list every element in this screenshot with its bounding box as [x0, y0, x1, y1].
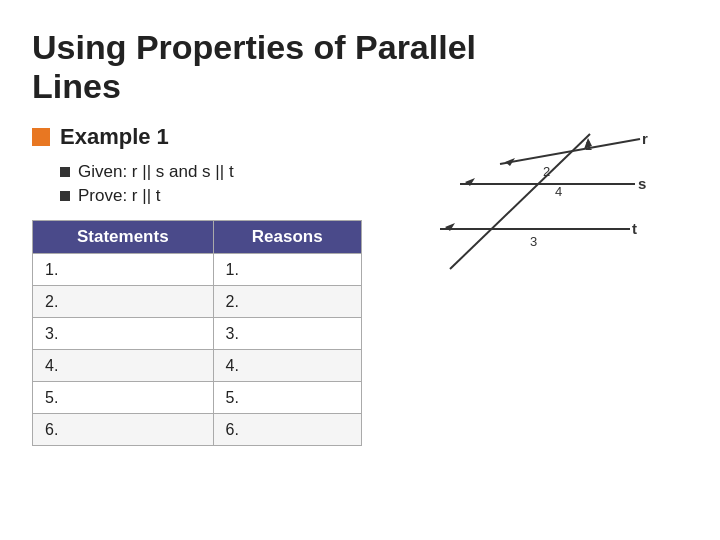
diagram-svg: r 1 2 4 s [410, 124, 650, 289]
statement-cell: 2. [33, 286, 214, 318]
svg-text:3: 3 [530, 234, 537, 249]
reason-cell: 5. [213, 382, 361, 414]
svg-text:s: s [638, 175, 646, 192]
slide: Using Properties of Parallel Lines Examp… [0, 0, 720, 540]
prove-text: Prove: r || t [78, 186, 161, 206]
reason-cell: 3. [213, 318, 361, 350]
statement-cell: 3. [33, 318, 214, 350]
table-row: 5.5. [33, 382, 362, 414]
statement-cell: 1. [33, 254, 214, 286]
svg-text:4: 4 [555, 184, 562, 199]
given-item: Given: r || s and s || t [60, 162, 362, 182]
reason-cell: 1. [213, 254, 361, 286]
reason-cell: 6. [213, 414, 361, 446]
example-label: Example 1 [60, 124, 169, 150]
svg-text:t: t [632, 220, 637, 237]
svg-line-0 [500, 139, 640, 164]
prove-item: Prove: r || t [60, 186, 362, 206]
title-line1: Using Properties of Parallel [32, 28, 476, 66]
table-row: 1.1. [33, 254, 362, 286]
table-row: 3.3. [33, 318, 362, 350]
table-row: 2.2. [33, 286, 362, 318]
table-row: 4.4. [33, 350, 362, 382]
left-panel: Example 1 Given: r || s and s || t Prove… [32, 124, 372, 446]
slide-title: Using Properties of Parallel Lines [32, 28, 688, 106]
svg-text:r: r [642, 130, 648, 147]
bullet-square-1 [60, 167, 70, 177]
right-panel: r 1 2 4 s [372, 124, 688, 289]
reason-cell: 2. [213, 286, 361, 318]
svg-line-4 [450, 134, 590, 269]
content-area: Example 1 Given: r || s and s || t Prove… [32, 124, 688, 446]
svg-text:2: 2 [543, 164, 550, 179]
statement-cell: 4. [33, 350, 214, 382]
col1-header: Statements [33, 221, 214, 254]
reason-cell: 4. [213, 350, 361, 382]
title-line2: Lines [32, 67, 121, 105]
given-list: Given: r || s and s || t Prove: r || t [60, 162, 362, 206]
given-text: Given: r || s and s || t [78, 162, 234, 182]
proof-table: Statements Reasons 1.1.2.2.3.3.4.4.5.5.6… [32, 220, 362, 446]
col2-header: Reasons [213, 221, 361, 254]
statement-cell: 5. [33, 382, 214, 414]
table-row: 6.6. [33, 414, 362, 446]
example-header: Example 1 [32, 124, 362, 150]
bullet-square-2 [60, 191, 70, 201]
orange-bullet [32, 128, 50, 146]
statement-cell: 6. [33, 414, 214, 446]
